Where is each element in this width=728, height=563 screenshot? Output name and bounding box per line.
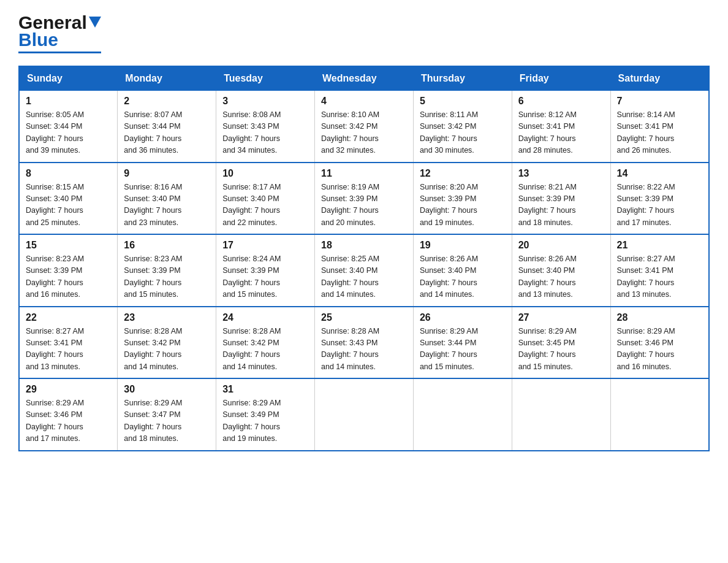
day-number: 12 bbox=[420, 168, 506, 179]
day-info: Sunrise: 8:11 AMSunset: 3:42 PMDaylight:… bbox=[420, 109, 506, 157]
day-number: 26 bbox=[420, 312, 506, 323]
calendar-cell: 16 Sunrise: 8:23 AMSunset: 3:39 PMDaylig… bbox=[118, 234, 216, 307]
calendar-cell: 27 Sunrise: 8:29 AMSunset: 3:45 PMDaylig… bbox=[512, 307, 610, 379]
svg-marker-0 bbox=[89, 17, 101, 28]
day-number: 27 bbox=[518, 312, 604, 323]
day-info: Sunrise: 8:29 AMSunset: 3:49 PMDaylight:… bbox=[222, 397, 308, 445]
calendar-cell bbox=[610, 378, 709, 451]
calendar-cell: 26 Sunrise: 8:29 AMSunset: 3:44 PMDaylig… bbox=[413, 307, 512, 379]
day-info: Sunrise: 8:29 AMSunset: 3:46 PMDaylight:… bbox=[26, 397, 111, 445]
day-info: Sunrise: 8:29 AMSunset: 3:44 PMDaylight:… bbox=[420, 326, 506, 373]
day-number: 14 bbox=[617, 168, 702, 179]
page-header: General Blue bbox=[18, 12, 710, 53]
day-number: 31 bbox=[222, 384, 308, 395]
day-info: Sunrise: 8:17 AMSunset: 3:40 PMDaylight:… bbox=[222, 182, 308, 229]
calendar-cell: 18 Sunrise: 8:25 AMSunset: 3:40 PMDaylig… bbox=[315, 234, 414, 307]
day-number: 15 bbox=[26, 240, 111, 251]
logo-blue-text: Blue bbox=[18, 29, 58, 50]
day-number: 1 bbox=[26, 96, 111, 107]
day-number: 28 bbox=[617, 312, 702, 323]
weekday-header-monday: Monday bbox=[118, 66, 216, 91]
day-info: Sunrise: 8:05 AMSunset: 3:44 PMDaylight:… bbox=[26, 109, 111, 157]
calendar-cell: 23 Sunrise: 8:28 AMSunset: 3:42 PMDaylig… bbox=[118, 307, 216, 379]
day-info: Sunrise: 8:28 AMSunset: 3:42 PMDaylight:… bbox=[222, 326, 308, 373]
day-info: Sunrise: 8:20 AMSunset: 3:39 PMDaylight:… bbox=[420, 182, 506, 229]
calendar-cell: 21 Sunrise: 8:27 AMSunset: 3:41 PMDaylig… bbox=[610, 234, 709, 307]
calendar-week-row: 22 Sunrise: 8:27 AMSunset: 3:41 PMDaylig… bbox=[19, 307, 709, 379]
day-info: Sunrise: 8:29 AMSunset: 3:46 PMDaylight:… bbox=[617, 326, 702, 373]
day-number: 2 bbox=[124, 96, 210, 107]
logo-triangle-icon bbox=[89, 17, 101, 31]
calendar-cell: 7 Sunrise: 8:14 AMSunset: 3:41 PMDayligh… bbox=[610, 91, 709, 163]
day-info: Sunrise: 8:24 AMSunset: 3:39 PMDaylight:… bbox=[222, 253, 308, 301]
day-number: 7 bbox=[617, 96, 702, 107]
day-number: 8 bbox=[26, 168, 111, 179]
calendar-cell: 9 Sunrise: 8:16 AMSunset: 3:40 PMDayligh… bbox=[118, 163, 216, 235]
calendar-cell: 17 Sunrise: 8:24 AMSunset: 3:39 PMDaylig… bbox=[216, 234, 315, 307]
calendar-week-row: 1 Sunrise: 8:05 AMSunset: 3:44 PMDayligh… bbox=[19, 91, 709, 163]
day-number: 22 bbox=[26, 312, 111, 323]
logo-underline bbox=[18, 52, 101, 53]
calendar-week-row: 8 Sunrise: 8:15 AMSunset: 3:40 PMDayligh… bbox=[19, 163, 709, 235]
calendar-cell: 13 Sunrise: 8:21 AMSunset: 3:39 PMDaylig… bbox=[512, 163, 610, 235]
calendar-cell: 14 Sunrise: 8:22 AMSunset: 3:39 PMDaylig… bbox=[610, 163, 709, 235]
calendar-cell: 22 Sunrise: 8:27 AMSunset: 3:41 PMDaylig… bbox=[19, 307, 118, 379]
calendar-cell: 4 Sunrise: 8:10 AMSunset: 3:42 PMDayligh… bbox=[315, 91, 414, 163]
calendar-cell: 24 Sunrise: 8:28 AMSunset: 3:42 PMDaylig… bbox=[216, 307, 315, 379]
calendar-cell: 25 Sunrise: 8:28 AMSunset: 3:43 PMDaylig… bbox=[315, 307, 414, 379]
day-info: Sunrise: 8:08 AMSunset: 3:43 PMDaylight:… bbox=[222, 109, 308, 157]
day-info: Sunrise: 8:26 AMSunset: 3:40 PMDaylight:… bbox=[518, 253, 604, 301]
calendar-cell: 1 Sunrise: 8:05 AMSunset: 3:44 PMDayligh… bbox=[19, 91, 118, 163]
day-number: 10 bbox=[222, 168, 308, 179]
calendar-table: SundayMondayTuesdayWednesdayThursdayFrid… bbox=[18, 66, 710, 451]
weekday-header-thursday: Thursday bbox=[413, 66, 512, 91]
day-info: Sunrise: 8:12 AMSunset: 3:41 PMDaylight:… bbox=[518, 109, 604, 157]
calendar-week-row: 29 Sunrise: 8:29 AMSunset: 3:46 PMDaylig… bbox=[19, 378, 709, 451]
day-info: Sunrise: 8:14 AMSunset: 3:41 PMDaylight:… bbox=[617, 109, 702, 157]
day-info: Sunrise: 8:16 AMSunset: 3:40 PMDaylight:… bbox=[124, 182, 210, 229]
day-number: 30 bbox=[124, 384, 210, 395]
day-number: 17 bbox=[222, 240, 308, 251]
calendar-cell: 6 Sunrise: 8:12 AMSunset: 3:41 PMDayligh… bbox=[512, 91, 610, 163]
calendar-cell: 12 Sunrise: 8:20 AMSunset: 3:39 PMDaylig… bbox=[413, 163, 512, 235]
day-number: 4 bbox=[321, 96, 407, 107]
day-number: 6 bbox=[518, 96, 604, 107]
calendar-cell: 29 Sunrise: 8:29 AMSunset: 3:46 PMDaylig… bbox=[19, 378, 118, 451]
day-number: 19 bbox=[420, 240, 506, 251]
day-info: Sunrise: 8:29 AMSunset: 3:45 PMDaylight:… bbox=[518, 326, 604, 373]
day-number: 29 bbox=[26, 384, 111, 395]
day-number: 20 bbox=[518, 240, 604, 251]
day-number: 3 bbox=[222, 96, 308, 107]
day-info: Sunrise: 8:19 AMSunset: 3:39 PMDaylight:… bbox=[321, 182, 407, 229]
day-info: Sunrise: 8:28 AMSunset: 3:42 PMDaylight:… bbox=[124, 326, 210, 373]
day-info: Sunrise: 8:29 AMSunset: 3:47 PMDaylight:… bbox=[124, 397, 210, 445]
day-info: Sunrise: 8:22 AMSunset: 3:39 PMDaylight:… bbox=[617, 182, 702, 229]
calendar-cell bbox=[315, 378, 414, 451]
day-number: 13 bbox=[518, 168, 604, 179]
day-info: Sunrise: 8:27 AMSunset: 3:41 PMDaylight:… bbox=[617, 253, 702, 301]
calendar-cell: 20 Sunrise: 8:26 AMSunset: 3:40 PMDaylig… bbox=[512, 234, 610, 307]
day-number: 24 bbox=[222, 312, 308, 323]
calendar-cell: 15 Sunrise: 8:23 AMSunset: 3:39 PMDaylig… bbox=[19, 234, 118, 307]
logo: General Blue bbox=[18, 12, 101, 53]
day-number: 11 bbox=[321, 168, 407, 179]
calendar-cell: 8 Sunrise: 8:15 AMSunset: 3:40 PMDayligh… bbox=[19, 163, 118, 235]
calendar-cell: 31 Sunrise: 8:29 AMSunset: 3:49 PMDaylig… bbox=[216, 378, 315, 451]
day-info: Sunrise: 8:25 AMSunset: 3:40 PMDaylight:… bbox=[321, 253, 407, 301]
day-number: 9 bbox=[124, 168, 210, 179]
calendar-cell: 19 Sunrise: 8:26 AMSunset: 3:40 PMDaylig… bbox=[413, 234, 512, 307]
calendar-cell: 5 Sunrise: 8:11 AMSunset: 3:42 PMDayligh… bbox=[413, 91, 512, 163]
weekday-header-sunday: Sunday bbox=[19, 66, 118, 91]
day-number: 5 bbox=[420, 96, 506, 107]
day-info: Sunrise: 8:23 AMSunset: 3:39 PMDaylight:… bbox=[124, 253, 210, 301]
calendar-cell: 2 Sunrise: 8:07 AMSunset: 3:44 PMDayligh… bbox=[118, 91, 216, 163]
day-info: Sunrise: 8:23 AMSunset: 3:39 PMDaylight:… bbox=[26, 253, 111, 301]
day-info: Sunrise: 8:15 AMSunset: 3:40 PMDaylight:… bbox=[26, 182, 111, 229]
day-number: 16 bbox=[124, 240, 210, 251]
calendar-cell bbox=[413, 378, 512, 451]
day-number: 21 bbox=[617, 240, 702, 251]
day-info: Sunrise: 8:26 AMSunset: 3:40 PMDaylight:… bbox=[420, 253, 506, 301]
weekday-header-row: SundayMondayTuesdayWednesdayThursdayFrid… bbox=[19, 66, 709, 91]
day-number: 18 bbox=[321, 240, 407, 251]
day-info: Sunrise: 8:27 AMSunset: 3:41 PMDaylight:… bbox=[26, 326, 111, 373]
